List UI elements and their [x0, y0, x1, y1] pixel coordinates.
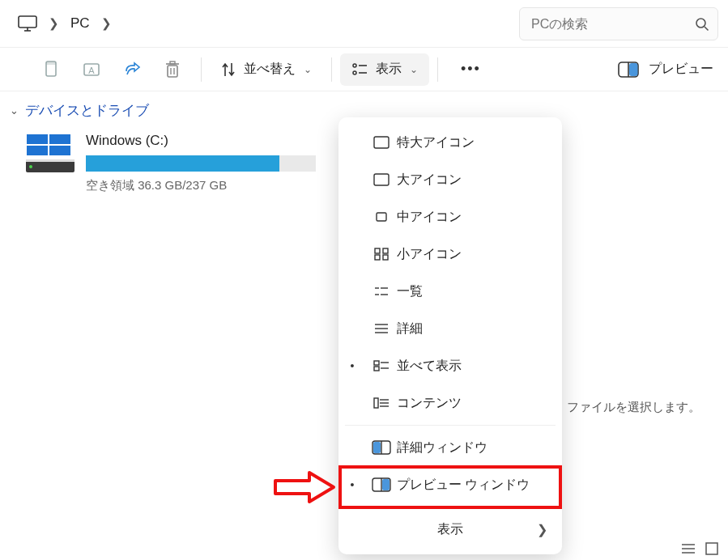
menu-item-label: 小アイコン	[397, 246, 562, 263]
svg-rect-28	[374, 137, 389, 148]
toolbar: A 並べ替え ⌄ 表示 ⌄ ••• プレビュー	[0, 47, 728, 91]
svg-point-27	[29, 165, 32, 168]
rect-icon	[366, 135, 397, 150]
view-menu-item[interactable]: 詳細ウィンドウ	[338, 429, 562, 466]
view-menu-item[interactable]: 特大アイコン	[338, 124, 562, 161]
menu-item-label: 並べて表示	[397, 358, 562, 375]
menu-footer-label: 表示	[437, 521, 463, 538]
svg-rect-6	[46, 62, 56, 65]
view-menu-item[interactable]: 詳細	[338, 310, 562, 347]
bullet-icon: •	[338, 359, 366, 372]
tiles-icon	[366, 359, 397, 372]
menu-item-label: 中アイコン	[397, 209, 562, 226]
preview-pane-icon	[618, 62, 639, 78]
svg-rect-33	[375, 255, 380, 260]
view-menu-footer[interactable]: 表示❯	[338, 511, 562, 548]
search-box[interactable]	[519, 7, 718, 40]
chevron-down-icon: ⌄	[10, 104, 19, 117]
svg-rect-42	[374, 361, 379, 365]
details-view-icon[interactable]	[681, 542, 696, 555]
breadcrumb-location[interactable]: PC	[70, 15, 90, 32]
drive-item[interactable]: Windows (C:) 空き領域 36.3 GB/237 GB	[0, 120, 332, 193]
drive-name: Windows (C:)	[86, 133, 316, 149]
preview-pane-icon	[366, 477, 397, 492]
view-label: 表示	[376, 61, 402, 78]
preview-label: プレビュー	[649, 61, 713, 78]
toolbar-separator	[437, 57, 438, 82]
svg-rect-9	[168, 66, 177, 77]
search-input[interactable]	[530, 16, 695, 32]
svg-rect-30	[377, 213, 386, 221]
svg-point-14	[353, 64, 356, 67]
ellipsis-icon: •••	[461, 61, 481, 78]
svg-rect-34	[383, 255, 388, 260]
menu-item-label: 特大アイコン	[397, 134, 562, 151]
rename-button[interactable]: A	[71, 53, 112, 86]
svg-rect-32	[383, 248, 388, 253]
svg-rect-22	[49, 134, 70, 144]
svg-rect-59	[706, 543, 717, 554]
bullet-icon: •	[338, 478, 366, 491]
svg-rect-55	[382, 479, 390, 490]
share-button[interactable]	[112, 53, 152, 86]
svg-rect-29	[374, 174, 389, 185]
svg-text:A: A	[88, 66, 95, 75]
view-menu-item[interactable]: 大アイコン	[338, 161, 562, 198]
svg-rect-52	[373, 442, 381, 453]
view-menu-item[interactable]: 小アイコン	[338, 235, 562, 273]
svg-rect-31	[375, 248, 380, 253]
section-header-devices[interactable]: ⌄ デバイスとドライブ	[0, 101, 332, 120]
view-menu-item[interactable]: •プレビュー ウィンドウ	[338, 466, 562, 503]
large-icons-view-icon[interactable]	[705, 542, 718, 555]
view-menu-item[interactable]: 中アイコン	[338, 198, 562, 235]
chevron-down-icon: ⌄	[410, 64, 418, 75]
chevron-down-icon: ⌄	[304, 64, 312, 75]
sort-icon	[221, 62, 236, 78]
view-menu-item[interactable]: •並べて表示	[338, 347, 562, 384]
chevron-right-icon: ❯	[537, 522, 547, 537]
svg-line-4	[705, 27, 709, 31]
content-icon	[366, 397, 397, 409]
sort-button[interactable]: 並べ替え ⌄	[210, 53, 323, 86]
chevron-right-icon: ❯	[101, 16, 112, 31]
menu-item-label: 一覧	[397, 283, 562, 300]
preview-hint: ファイルを選択します。	[567, 400, 700, 415]
list2-icon	[366, 285, 397, 298]
view-menu-item[interactable]: コンテンツ	[338, 384, 562, 422]
preview-toggle-button[interactable]: プレビュー	[618, 61, 713, 78]
grid4-icon	[366, 247, 397, 261]
section-label: デバイスとドライブ	[25, 101, 149, 120]
svg-point-3	[696, 19, 705, 28]
svg-rect-26	[26, 159, 75, 162]
rect-sm-icon	[366, 210, 397, 224]
view-icon	[351, 62, 368, 77]
cut-button[interactable]	[31, 53, 71, 86]
svg-rect-20	[629, 63, 638, 76]
delete-button[interactable]	[152, 53, 193, 86]
view-menu-item[interactable]: 一覧	[338, 273, 562, 310]
rect-icon	[366, 172, 397, 187]
chevron-right-icon: ❯	[49, 16, 59, 31]
svg-rect-13	[170, 62, 175, 64]
menu-item-label: 詳細	[397, 320, 562, 337]
more-button[interactable]: •••	[446, 53, 496, 86]
details-pane-icon	[366, 440, 397, 455]
capacity-bar	[86, 155, 316, 172]
drive-free-text: 空き領域 36.3 GB/237 GB	[86, 178, 316, 193]
menu-item-label: 大アイコン	[397, 172, 562, 189]
address-bar: ❯ PC ❯	[0, 0, 728, 47]
svg-rect-24	[49, 146, 70, 155]
left-pane: ⌄ デバイスとドライブ Windows (C:)	[0, 91, 332, 560]
search-icon[interactable]	[695, 17, 709, 32]
capacity-bar-fill	[86, 155, 279, 172]
svg-point-16	[353, 71, 356, 74]
drive-info: Windows (C:) 空き領域 36.3 GB/237 GB	[86, 133, 332, 193]
menu-item-label: 詳細ウィンドウ	[397, 439, 562, 456]
drive-icon	[24, 133, 76, 175]
view-button[interactable]: 表示 ⌄	[340, 53, 429, 86]
menu-item-label: コンテンツ	[397, 395, 562, 412]
toolbar-left-group: A	[0, 53, 193, 86]
svg-rect-46	[374, 398, 378, 408]
toolbar-separator	[331, 57, 332, 82]
breadcrumb[interactable]: ❯ PC ❯	[0, 15, 112, 32]
